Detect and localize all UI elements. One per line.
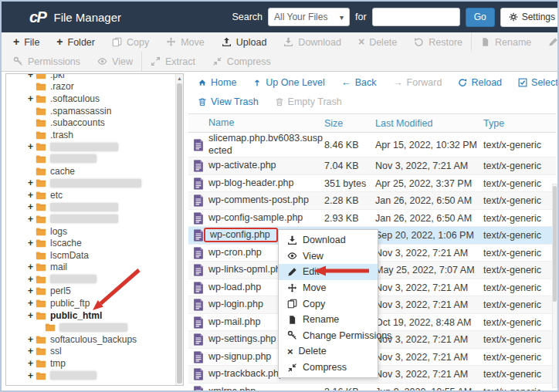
folder-tree-item[interactable]: .subaccounts (28, 117, 183, 129)
folder-tree-item[interactable]: + .softaculous (28, 93, 183, 105)
expand-icon[interactable]: + (28, 358, 36, 369)
download-button[interactable]: Download (275, 32, 350, 52)
upload-button[interactable]: Upload (213, 32, 276, 52)
folder-tree-item[interactable]: + (28, 213, 183, 225)
menu-item-change-permissions[interactable]: Change Permissions (279, 328, 378, 344)
file-button[interactable]: +File (5, 32, 48, 52)
folder-tree-item[interactable]: .razor (28, 81, 183, 93)
folder-tree-item[interactable]: .trash (28, 129, 183, 141)
download-icon (283, 37, 293, 47)
folder-tree-item[interactable]: + .pki (28, 73, 183, 81)
toolbar: +File +Folder Copy Move Upload Download … (2, 32, 557, 72)
restore-button[interactable]: Restore (405, 32, 471, 52)
expand-icon[interactable]: + (28, 190, 36, 201)
column-header-name[interactable]: Name (208, 117, 324, 130)
menu-item-download[interactable]: Download (279, 232, 378, 248)
folder-tree-item[interactable]: + perl5 (28, 286, 183, 298)
expand-icon[interactable]: + (28, 238, 36, 248)
settings-button[interactable]: Settings (500, 8, 559, 27)
file-modified: Nov 3, 2022, 7:21 AM (375, 299, 483, 310)
search-input[interactable] (372, 8, 460, 26)
up-one-level-button[interactable]: Up One Level (252, 77, 324, 88)
expand-icon[interactable]: + (28, 310, 36, 321)
table-row[interactable]: wp-activate.php 7.04 KB Nov 3, 2022, 7:2… (188, 157, 556, 175)
extract-button[interactable]: Extract (141, 52, 204, 71)
folder-tree-item[interactable]: + tmp (28, 357, 183, 370)
column-header-type[interactable]: Type (483, 118, 556, 129)
table-row[interactable]: wp-comments-post.php 2.28 KB Jan 26, 202… (188, 192, 556, 210)
forward-button[interactable]: →Forward (393, 77, 442, 88)
folder-tree-item[interactable]: logs (28, 225, 183, 238)
permissions-button[interactable]: Permissions (5, 52, 89, 71)
view-button[interactable]: View (89, 52, 141, 71)
folder-tree-item[interactable]: + public_ftp (28, 297, 183, 309)
folder-tree-item[interactable]: .spamassassin (28, 105, 183, 117)
folder-tree-item[interactable]: + (28, 273, 183, 286)
expand-icon[interactable]: + (28, 298, 36, 309)
folder-tree-item[interactable]: + (28, 370, 183, 382)
folder-tree-item[interactable]: + (28, 201, 183, 214)
menu-item-view[interactable]: View (279, 248, 378, 265)
copy-button[interactable]: Copy (103, 32, 158, 52)
folder-tree-item[interactable]: + public_html (28, 309, 183, 322)
folder-tree-item[interactable]: + (28, 177, 183, 189)
folder-tree-item[interactable] (28, 321, 183, 333)
empty-trash-button[interactable]: Empty Trash (275, 96, 342, 107)
expand-icon[interactable]: + (28, 214, 36, 225)
search-scope-select[interactable]: All Your Files ▾ (268, 8, 350, 26)
folder-tree-item[interactable]: + mail (28, 262, 183, 274)
expand-icon[interactable]: + (28, 177, 36, 188)
go-button[interactable]: Go (466, 8, 495, 27)
column-header-size[interactable]: Size (324, 118, 375, 129)
file-modified: Nov 3, 2022, 7:21 AM (375, 352, 483, 363)
table-row[interactable]: wp-blog-header.php 351 bytes Apr 25, 202… (188, 175, 556, 193)
edit-button[interactable]: Edit (540, 32, 559, 52)
scrollbar-thumb[interactable] (553, 186, 557, 302)
folder-tree-item[interactable]: + etc (28, 189, 183, 201)
expand-icon[interactable]: + (28, 346, 36, 357)
menu-item-move[interactable]: Move (279, 280, 378, 296)
view-trash-button[interactable]: View Trash (198, 96, 259, 107)
folder-tree-item[interactable]: + (28, 141, 183, 154)
table-row[interactable]: xmlrpc.php 3.16 KB Jun 9, 2020, 10:55 AM… (188, 384, 556, 392)
home-button[interactable]: Home (198, 77, 236, 88)
expand-icon[interactable]: + (28, 201, 36, 212)
delete-button[interactable]: ×Delete (350, 32, 405, 52)
menu-item-delete[interactable]: ×Delete (279, 343, 378, 360)
menu-item-rename[interactable]: Rename (279, 312, 378, 328)
folder-tree-item[interactable]: cache (28, 165, 183, 177)
menu-item-edit[interactable]: Edit (279, 264, 378, 280)
expand-icon[interactable]: + (28, 370, 36, 381)
scroll-up-icon[interactable]: ▲ (176, 74, 183, 83)
expand-icon[interactable]: + (28, 73, 36, 80)
folder-icon (36, 118, 46, 127)
folder-tree-item[interactable]: + softaculous_backups (28, 333, 183, 346)
expand-icon[interactable]: + (28, 334, 36, 345)
back-button[interactable]: ←Back (341, 77, 377, 88)
menu-item-compress[interactable]: Compress (279, 360, 378, 376)
select-all-button[interactable]: Select All (518, 77, 559, 88)
table-row[interactable]: slicemap.php.bv6083.suspected 8.46 KB Ap… (188, 133, 556, 157)
folder-icon (36, 167, 46, 176)
menu-item-copy[interactable]: Copy (279, 296, 378, 312)
rename-button[interactable]: Rename (471, 32, 540, 52)
expand-icon[interactable]: + (28, 93, 36, 104)
expand-icon[interactable]: + (28, 141, 36, 152)
scrollbar-thumb[interactable] (177, 83, 182, 384)
folder-tree-item[interactable]: + lscache (28, 237, 183, 249)
folder-button[interactable]: +Folder (48, 32, 103, 52)
compress-button[interactable]: Compress (204, 52, 280, 71)
folder-tree-item[interactable]: lscmData (28, 249, 183, 262)
sidebar-scrollbar[interactable]: ▲ (175, 74, 183, 385)
move-button[interactable]: Move (158, 32, 213, 52)
expand-icon[interactable]: + (28, 286, 36, 296)
table-row[interactable]: wp-config-sample.php 2.93 KB Jan 26, 202… (188, 210, 556, 228)
expand-icon[interactable]: + (28, 262, 36, 272)
reload-button[interactable]: Reload (458, 77, 502, 88)
folder-icon (36, 178, 46, 188)
folder-tree-item[interactable]: + ssl (28, 346, 183, 358)
expand-icon[interactable]: + (28, 274, 36, 285)
column-header-last-modified[interactable]: Last Modified (375, 118, 483, 129)
folder-tree-item[interactable] (28, 153, 183, 165)
main-scrollbar[interactable] (552, 184, 557, 388)
